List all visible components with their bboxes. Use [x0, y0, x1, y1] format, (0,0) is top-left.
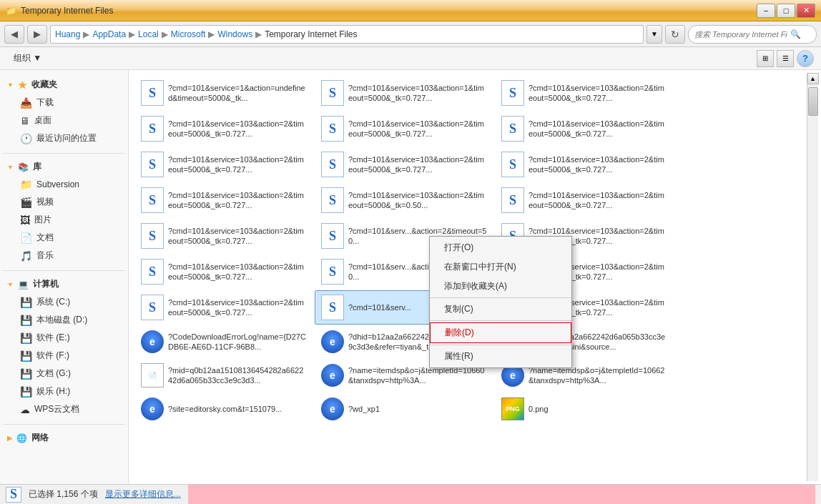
file-item[interactable]: ?cmd=101&service=103&action=2&timeout=50…	[134, 183, 313, 217]
sidebar-item-subversion[interactable]: 📁 Subversion	[0, 176, 128, 193]
drive-c-icon: 💾	[20, 297, 32, 308]
view-button[interactable]: ⊞	[757, 50, 774, 67]
sidebar-item-g[interactable]: 💾 文档 (G:)	[0, 365, 128, 382]
file-item-ie6[interactable]: e ?site=editorsky.com&t=151079...	[134, 393, 313, 425]
sep4: ▶	[208, 29, 215, 39]
sidebar: ▼ ★ 收藏夹 📥 下载 🖥 桌面 🕐 最近访问的位置 ▼ 📚 库	[0, 70, 129, 484]
ctx-properties[interactable]: 属性(R)	[430, 347, 571, 366]
file-label: ?mid=q0b12aa15108136454282a662242d6a065b…	[168, 365, 307, 386]
ctx-open[interactable]: 打开(O)	[430, 238, 571, 257]
file-item[interactable]: ?cmd=101&service=103&action=2&timeout=50…	[315, 147, 493, 182]
sidebar-item-h[interactable]: 💾 娱乐 (H:)	[0, 382, 128, 400]
title-bar-left: 📁 Temporary Internet Files	[6, 6, 113, 16]
file-item[interactable]: ?cmd=101&service=103&action=2&timeout=50…	[134, 219, 313, 253]
file-item[interactable]: ?cmd=101&service=103&action=2&timeout=50…	[495, 147, 674, 182]
view-list-button[interactable]: ☰	[777, 50, 794, 67]
library-header[interactable]: ▼ 📚 库	[0, 158, 128, 176]
scroll-up-button[interactable]: ▲	[807, 73, 819, 84]
help-button[interactable]: ?	[797, 50, 814, 67]
file-label: ?cmd=101&service=103&action=2&timeout=50…	[348, 154, 487, 175]
sidebar-item-d[interactable]: 💾 本地磁盘 (D:)	[0, 311, 128, 329]
file-item[interactable]: ?cmd=101&service=103&action=2&timeout=50…	[134, 112, 313, 146]
sep3: ▶	[162, 29, 168, 39]
breadcrumb-item-local[interactable]: Local	[138, 29, 159, 39]
file-item[interactable]: ?cmd=101&service=103&action=2&timeout=50…	[495, 76, 674, 110]
file-item[interactable]: ?cmd=101&service=103&action=1&timeout=50…	[315, 76, 493, 110]
drive-e-icon: 💾	[20, 332, 32, 344]
file-item[interactable]: ?cmd=101&service=103&action=2&timeout=50…	[495, 112, 674, 146]
computer-section: ▼ 💻 计算机 💾 系统 (C:) 💾 本地磁盘 (D:) 💾 软件 (E:) …	[0, 275, 128, 418]
back-button[interactable]: ◀	[4, 25, 24, 44]
favorites-arrow: ▼	[7, 81, 14, 89]
file-item-ie7[interactable]: e ?wd_xp1	[315, 393, 493, 425]
ctx-copy[interactable]: 复制(C)	[430, 300, 571, 319]
file-item[interactable]: ?cmd=101&service=103&action=2&timeout=50…	[134, 255, 313, 289]
network-label: 网络	[31, 432, 49, 444]
ctx-open-window[interactable]: 在新窗口中打开(N)	[430, 257, 571, 277]
sidebar-item-recent[interactable]: 🕐 最近访问的位置	[0, 129, 128, 147]
title-bar-controls: − □ ✕	[757, 4, 815, 18]
breadcrumb-item-microsoft[interactable]: Microsoft	[171, 29, 206, 39]
file-item-png[interactable]: PNG 0.png	[495, 393, 674, 425]
sidebar-item-c[interactable]: 💾 系统 (C:)	[0, 293, 128, 311]
file-item[interactable]: ?cmd=101&service=103&action=2&timeout=50…	[134, 147, 313, 182]
ctx-properties-label: 属性(R)	[444, 350, 473, 362]
file-label: ?cmd=101&service=103&action=2&timeout=50…	[529, 119, 667, 139]
scrollbar[interactable]: ▲	[807, 73, 818, 481]
file-item[interactable]: ?cmd=101&service=103&action=2&timeout=50…	[315, 112, 493, 146]
breadcrumb-item-tif[interactable]: Temporary Internet Files	[265, 29, 357, 39]
file-label: ?cmd=101&service=103&action=2&timeout=50…	[529, 190, 667, 211]
drive-h-label: 娱乐 (H:)	[36, 385, 70, 397]
sidebar-item-pictures[interactable]: 🖼 图片	[0, 211, 128, 229]
maximize-button[interactable]: □	[777, 4, 795, 18]
file-label: ?cmd=101&service=103&action=2&timeout=50…	[168, 226, 307, 247]
search-icon[interactable]: 🔍	[790, 29, 801, 39]
breadcrumb-item-windows[interactable]: Windows	[217, 29, 252, 39]
desktop-icon: 🖥	[20, 115, 30, 127]
sidebar-item-music[interactable]: 🎵 音乐	[0, 247, 128, 265]
sidebar-item-e[interactable]: 💾 软件 (E:)	[0, 329, 128, 347]
ctx-delete[interactable]: 删除(D)	[430, 322, 571, 343]
organize-button[interactable]: 组织 ▼	[7, 49, 48, 67]
address-bar: ◀ ▶ Huang ▶ AppData ▶ Local ▶ Microsoft …	[0, 21, 821, 47]
documents-label: 文档	[36, 232, 54, 244]
ie-icon: e	[141, 397, 164, 420]
breadcrumb-item-huang[interactable]: Huang	[55, 29, 80, 39]
computer-header[interactable]: ▼ 💻 计算机	[0, 275, 128, 293]
file-item-txt[interactable]: 📄 ?mid=q0b12aa15108136454282a662242d6a06…	[134, 359, 313, 392]
wps-label: WPS云文档	[34, 403, 79, 415]
ctx-add-favorites[interactable]: 添加到收藏夹(A)	[430, 277, 571, 296]
search-input[interactable]	[694, 30, 787, 39]
file-item[interactable]: ?cmd=101&service=1&action=undefined&time…	[134, 76, 313, 110]
file-item[interactable]: ?cmd=101&service=103&action=2&timeout=50…	[134, 290, 313, 325]
forward-button[interactable]: ▶	[27, 25, 47, 44]
sidebar-item-desktop[interactable]: 🖥 桌面	[0, 112, 128, 129]
file-label: ?cmd=101&service=103&action=2&timeout=50…	[168, 297, 307, 318]
s-file-icon	[321, 223, 344, 249]
file-item[interactable]: ?cmd=101&service=103&action=2&timeout=50…	[495, 183, 674, 217]
sidebar-item-wps[interactable]: ☁ WPS云文档	[0, 400, 128, 418]
sidebar-item-video[interactable]: 🎬 视频	[0, 193, 128, 211]
txt-icon: 📄	[141, 363, 164, 387]
refresh-button[interactable]: ↻	[665, 25, 685, 44]
address-dropdown-button[interactable]: ▼	[647, 25, 662, 44]
favorites-header[interactable]: ▼ ★ 收藏夹	[0, 76, 128, 94]
status-details-link[interactable]: 显示更多详细信息...	[105, 488, 181, 500]
sep5: ▶	[255, 29, 262, 39]
sidebar-item-f[interactable]: 💾 软件 (F:)	[0, 347, 128, 365]
file-label: ?cmd=101&service=103&action=2&timeout=50…	[168, 262, 307, 282]
file-item[interactable]: ?cmd=101&service=103&action=2&timeout=50…	[315, 183, 493, 217]
close-button[interactable]: ✕	[797, 4, 815, 18]
sidebar-item-downloads[interactable]: 📥 下载	[0, 94, 128, 112]
file-label: ?cmd=101&service=103&action=2&timeout=50…	[168, 190, 307, 211]
video-label: 视频	[36, 196, 54, 208]
minimize-button[interactable]: −	[757, 4, 775, 18]
breadcrumb-item-appdata[interactable]: AppData	[92, 29, 126, 39]
network-header[interactable]: ▶ 🌐 网络	[0, 429, 128, 447]
drive-f-label: 软件 (F:)	[36, 350, 69, 362]
file-item-ie1[interactable]: e ?CodeDownloadErrorLog!name={D27CDB6E-A…	[134, 326, 313, 357]
s-file-icon	[141, 116, 164, 142]
scroll-thumb[interactable]	[808, 87, 818, 116]
sidebar-item-documents[interactable]: 📄 文档	[0, 229, 128, 247]
file-label: ?cmd=101&service=103&action=2&timeout=50…	[168, 154, 307, 175]
